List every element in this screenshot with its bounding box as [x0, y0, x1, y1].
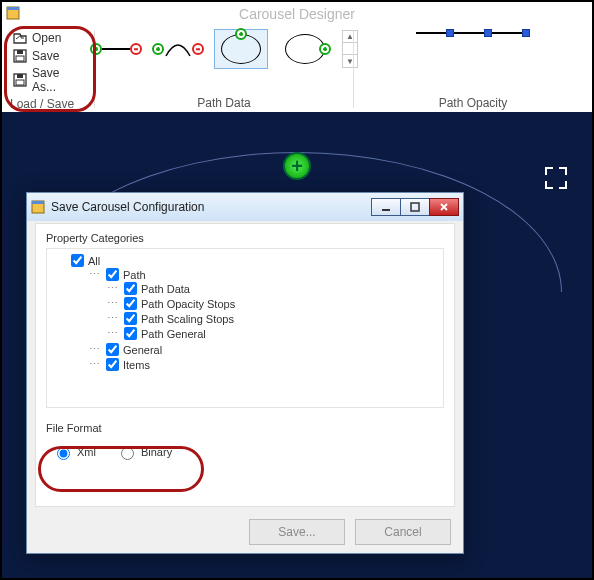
group-load-save: Open Save Save As... Load / Save: [2, 26, 94, 112]
opacity-slider[interactable]: [416, 29, 530, 37]
svg-rect-9: [32, 201, 44, 204]
tree-item-general[interactable]: ⋯General: [89, 343, 437, 356]
slider-stop[interactable]: [484, 29, 492, 37]
close-button[interactable]: [429, 198, 459, 216]
dialog-titlebar[interactable]: Save Carousel Configuration: [27, 193, 463, 221]
minus-icon: [192, 43, 204, 55]
format-binary-radio[interactable]: Binary: [116, 444, 172, 460]
categories-tree[interactable]: All ⋯Path ⋯Path Data ⋯Path Opacity Stops…: [46, 248, 444, 408]
minus-icon: [130, 43, 142, 55]
tool-arc[interactable]: [152, 40, 204, 58]
save-as-label: Save As...: [32, 66, 84, 94]
save-label: Save: [32, 49, 59, 63]
open-button[interactable]: Open: [10, 29, 86, 47]
dialog-save-button[interactable]: Save...: [249, 519, 345, 545]
group-path-data: ▲ ▼ Path Data: [95, 26, 353, 112]
dialog-cancel-button[interactable]: Cancel: [355, 519, 451, 545]
slider-stop[interactable]: [446, 29, 454, 37]
fullscreen-icon[interactable]: [545, 167, 567, 189]
tool-closed-oval-top[interactable]: [214, 29, 268, 69]
tree-item-path-general[interactable]: ⋯Path General: [107, 327, 437, 340]
minimize-button[interactable]: [371, 198, 401, 216]
file-format-label: File Format: [46, 422, 444, 434]
format-xml-radio[interactable]: Xml: [52, 444, 96, 460]
group-label-path-data: Path Data: [197, 96, 250, 110]
tool-line-segment[interactable]: [90, 43, 142, 55]
add-node-button[interactable]: +: [283, 152, 311, 180]
plus-icon: [90, 43, 102, 55]
tree-item-path-opacity-stops[interactable]: ⋯Path Opacity Stops: [107, 297, 437, 310]
open-label: Open: [32, 31, 61, 45]
svg-rect-10: [382, 209, 390, 211]
tree-item-path[interactable]: ⋯Path: [89, 268, 437, 281]
app-window-icon: [31, 200, 45, 214]
maximize-button[interactable]: [400, 198, 430, 216]
tree-item-all[interactable]: All: [71, 254, 437, 267]
dialog-body: Property Categories All ⋯Path ⋯Path Data…: [35, 223, 455, 507]
tree-item-items[interactable]: ⋯Items: [89, 358, 437, 371]
plus-icon: [319, 43, 331, 55]
svg-rect-4: [16, 56, 24, 61]
save-config-dialog: Save Carousel Configuration Property Cat…: [26, 192, 464, 554]
save-button[interactable]: Save: [10, 47, 86, 65]
ribbon: Open Save Save As... Load / Save: [2, 26, 592, 112]
tool-closed-oval-right[interactable]: [278, 29, 332, 69]
save-as-button[interactable]: Save As...: [10, 65, 86, 95]
group-path-opacity: Path Opacity: [354, 26, 592, 112]
plus-icon: [235, 28, 247, 40]
property-categories-label: Property Categories: [46, 232, 444, 244]
svg-rect-11: [411, 203, 419, 211]
svg-rect-6: [17, 74, 23, 78]
tree-item-path-data[interactable]: ⋯Path Data: [107, 282, 437, 295]
line-icon: [102, 48, 130, 50]
svg-rect-7: [16, 80, 24, 85]
app-title: Carousel Designer: [2, 6, 592, 22]
svg-rect-3: [17, 50, 23, 54]
group-label-load-save: Load / Save: [10, 97, 86, 111]
dialog-title: Save Carousel Configuration: [51, 200, 204, 214]
tree-item-path-scaling-stops[interactable]: ⋯Path Scaling Stops: [107, 312, 437, 325]
file-format-group: Xml Binary: [46, 442, 444, 462]
slider-stop[interactable]: [522, 29, 530, 37]
group-label-path-opacity: Path Opacity: [439, 96, 508, 110]
plus-icon: [152, 43, 164, 55]
